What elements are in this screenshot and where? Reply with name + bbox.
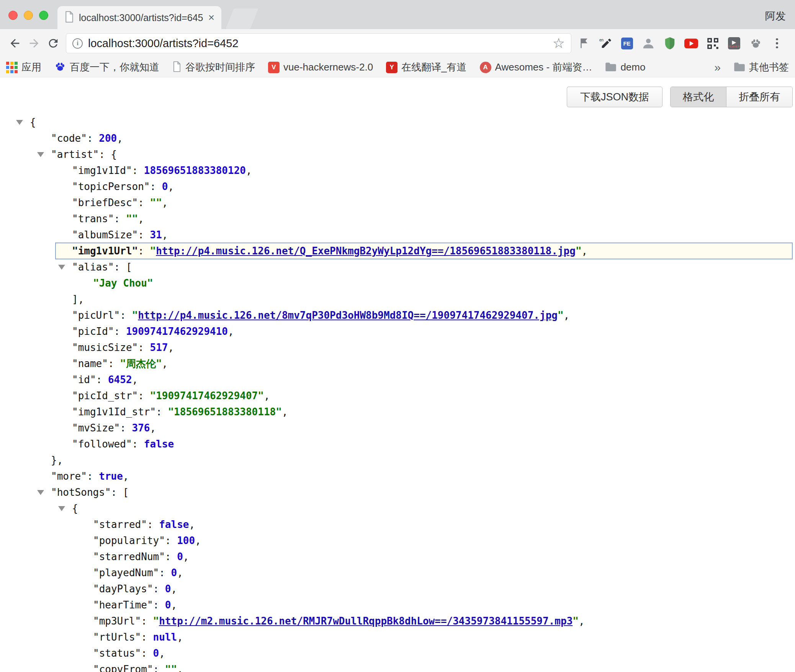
json-token-n: 19097417462929410 <box>126 326 228 337</box>
collapse-arrow-icon[interactable] <box>16 120 23 125</box>
json-url-link[interactable]: http://p4.music.126.net/Q_ExePNkmgB2yWyL… <box>156 245 576 257</box>
collapse-arrow-icon[interactable] <box>58 506 65 511</box>
format-button[interactable]: 格式化 <box>671 87 726 107</box>
traffic-lights <box>8 11 48 20</box>
browser-window: localhost:3000/artists?id=645 × 阿发 i loc… <box>0 0 795 672</box>
json-token-p: { <box>72 503 78 514</box>
json-token-n: 0 <box>171 567 177 579</box>
json-token-n: 0 <box>153 647 159 659</box>
fe-extension-icon[interactable]: FE <box>620 36 634 51</box>
youtube-extension-icon[interactable] <box>684 36 698 51</box>
json-token-k: "albumSize" <box>72 229 138 241</box>
player-extension-icon[interactable]: ▶PLAYER <box>727 36 741 51</box>
json-line: "playedNum": 0, <box>0 565 795 581</box>
json-token-k: "alias" <box>72 261 114 273</box>
close-window-button[interactable] <box>8 11 18 20</box>
browser-tab[interactable]: localhost:3000/artists?id=645 × <box>57 6 221 29</box>
bookmarks-bar: 应用 百度一下，你就知道 谷歌按时间排序 V vue-hackernews-2.… <box>0 57 795 77</box>
json-token-k: "starredNum" <box>93 551 165 562</box>
translate-pen-extension-icon[interactable]: en <box>598 36 613 51</box>
browser-menu-icon[interactable] <box>770 36 784 51</box>
collapse-all-button[interactable]: 折叠所有 <box>726 87 792 107</box>
shield-extension-icon[interactable] <box>662 36 677 51</box>
json-line: "starredNum": 0, <box>0 549 795 565</box>
json-line: "popularity": 100, <box>0 533 795 549</box>
bookmark-demo[interactable]: demo <box>605 61 645 73</box>
json-token-s: " <box>153 615 159 627</box>
url-text[interactable]: localhost:3000/artists?id=6452 <box>88 37 547 50</box>
collapse-arrow-icon[interactable] <box>37 490 44 495</box>
paw-extension-icon[interactable] <box>748 36 763 51</box>
json-token-n: 517 <box>150 342 168 353</box>
apps-grid-icon <box>6 62 18 73</box>
json-token-n: 0 <box>165 583 171 595</box>
json-token-p: , <box>579 615 585 627</box>
bookmark-google-sort[interactable]: 谷歌按时间排序 <box>172 61 255 74</box>
json-token-p: : <box>141 631 153 643</box>
qr-code-extension-icon[interactable] <box>705 36 720 51</box>
back-button[interactable] <box>5 34 25 53</box>
json-token-k: "playedNum" <box>93 567 159 579</box>
forward-button[interactable] <box>25 34 44 53</box>
json-line: { <box>0 114 795 130</box>
bookmark-apps[interactable]: 应用 <box>6 61 41 74</box>
json-url-link[interactable]: http://m2.music.126.net/RMJR7wDullRqppBk… <box>159 615 573 627</box>
json-token-p: : <box>156 406 168 418</box>
bookmark-vue-hackernews[interactable]: V vue-hackernews-2.0 <box>268 61 373 73</box>
site-info-icon[interactable]: i <box>72 38 83 49</box>
json-token-p: : <box>120 310 132 321</box>
json-token-k: "musicSize" <box>72 342 138 353</box>
json-token-p: , <box>162 197 168 208</box>
json-token-k: "picId" <box>72 326 114 337</box>
json-line: "code": 200, <box>0 130 795 146</box>
json-token-p: , <box>189 519 195 530</box>
json-token-p: [ <box>126 261 132 273</box>
json-token-k: "dayPlays" <box>93 583 153 595</box>
json-token-p: , <box>132 374 138 385</box>
tab-close-icon[interactable]: × <box>208 12 214 23</box>
zoom-window-button[interactable] <box>39 11 48 20</box>
address-bar[interactable]: i localhost:3000/artists?id=6452 ☆ <box>66 33 571 53</box>
json-token-p: , <box>228 326 234 337</box>
json-token-k: "hotSongs" <box>51 487 111 498</box>
json-token-n: 0 <box>177 551 183 562</box>
json-token-s: "Jay Chou" <box>93 277 153 289</box>
new-tab-button[interactable] <box>226 8 258 29</box>
json-line: "briefDesc": "", <box>0 195 795 211</box>
json-token-n: 200 <box>99 133 117 144</box>
vue-icon: V <box>268 62 280 73</box>
other-bookmarks[interactable]: 其他书签 <box>734 61 789 74</box>
bookmark-youdao[interactable]: Y 在线翻译_有道 <box>386 61 466 74</box>
json-token-p: , <box>162 229 168 241</box>
json-line: "albumSize": 31, <box>0 227 795 243</box>
json-token-p: : <box>96 374 108 385</box>
json-token-p: , <box>162 358 168 369</box>
json-url-link[interactable]: http://p4.music.126.net/8mv7qP30Pd3oHW8b… <box>138 310 558 321</box>
bookmark-star-icon[interactable]: ☆ <box>553 36 565 50</box>
json-token-p: , <box>177 631 183 643</box>
json-token-p: { <box>111 149 117 160</box>
json-token-p: : <box>132 165 144 176</box>
bookmark-baidu[interactable]: 百度一下，你就知道 <box>54 61 159 74</box>
json-token-p: , <box>177 567 183 579</box>
flag-extension-icon[interactable] <box>577 36 591 51</box>
json-token-k: "code" <box>51 133 87 144</box>
profile-name[interactable]: 阿发 <box>765 9 786 23</box>
json-token-k: "followed" <box>72 438 132 450</box>
person-extension-icon[interactable] <box>641 36 656 51</box>
json-token-s: " <box>558 310 564 321</box>
json-token-k: "hearTime" <box>93 599 153 611</box>
json-token-p: , <box>171 583 177 595</box>
reload-button[interactable] <box>44 34 63 53</box>
bookmarks-overflow-icon[interactable]: » <box>714 61 721 74</box>
json-token-b: false <box>144 438 174 450</box>
json-tree: {"code": 200,"artist": {"img1v1Id": 1856… <box>0 114 795 672</box>
minimize-window-button[interactable] <box>24 11 33 20</box>
json-token-k: "mvSize" <box>72 422 120 434</box>
json-token-p: : <box>138 245 150 257</box>
bookmark-awesomes[interactable]: A Awesomes - 前端资… <box>480 61 592 74</box>
download-json-button[interactable]: 下载JSON数据 <box>567 87 662 107</box>
collapse-arrow-icon[interactable] <box>37 152 44 157</box>
collapse-arrow-icon[interactable] <box>58 265 65 270</box>
json-token-p: , <box>138 213 144 225</box>
